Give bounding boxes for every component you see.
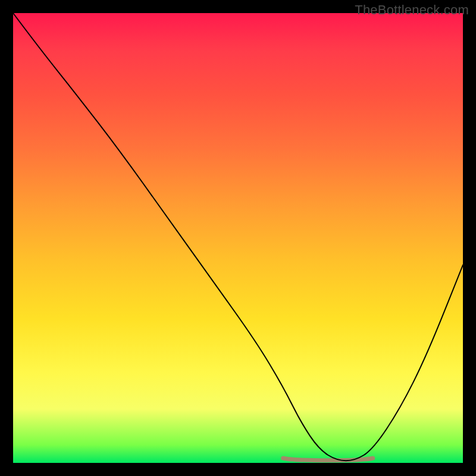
chart-svg	[13, 13, 463, 463]
watermark-text: TheBottleneck.com	[355, 2, 469, 18]
optimal-range-highlight	[283, 458, 373, 461]
bottleneck-curve	[13, 13, 463, 461]
chart-plot-area	[13, 13, 463, 463]
